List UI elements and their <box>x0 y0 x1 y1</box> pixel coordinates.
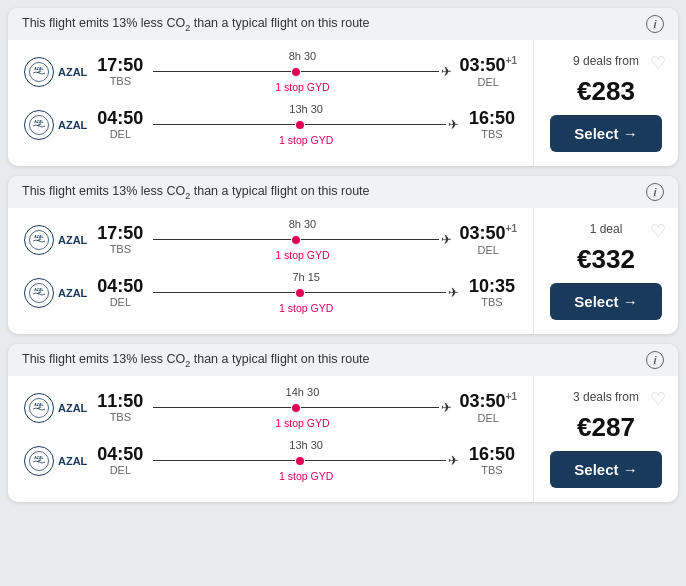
stop-label: 1 stop GYD <box>275 417 329 429</box>
arrive-time-block: 03:50+1 DEL <box>460 55 517 88</box>
line-right <box>305 292 446 294</box>
stop-dot <box>292 404 300 412</box>
route-line: ✈ <box>153 285 459 300</box>
stop-dot <box>296 121 304 129</box>
route-line: ✈ <box>153 453 459 468</box>
route-line: ✈ <box>153 232 451 247</box>
day-offset: +1 <box>506 391 517 402</box>
flight-row-0: AZAL AZAL 17:50 TBS 8h 30 ✈ 1 stop GYD <box>24 50 517 93</box>
arrive-time: 03:50+1 <box>460 55 517 76</box>
svg-text:AZAL: AZAL <box>34 120 44 124</box>
eco-banner: This flight emits 13% less CO2 than a ty… <box>8 176 678 208</box>
arrive-airport: DEL <box>460 412 517 424</box>
price: €283 <box>577 76 635 107</box>
route-middle: 13h 30 ✈ 1 stop GYD <box>153 103 459 146</box>
stop-dot <box>292 68 300 76</box>
stop-label: 1 stop GYD <box>275 81 329 93</box>
arrive-airport: DEL <box>460 76 517 88</box>
airline-name: AZAL <box>58 234 87 246</box>
arrive-time-block: 03:50+1 DEL <box>460 223 517 256</box>
depart-time-block: 04:50 DEL <box>95 445 145 477</box>
favorite-icon[interactable]: ♡ <box>650 220 666 242</box>
select-button[interactable]: Select → <box>550 283 662 320</box>
line-left <box>153 407 291 409</box>
flight-row-1: AZAL AZAL 04:50 DEL 13h 30 ✈ 1 stop GYD <box>24 103 517 146</box>
arrive-time-block: 16:50 TBS <box>467 109 517 141</box>
day-offset: +1 <box>506 55 517 66</box>
airline-name: AZAL <box>58 119 87 131</box>
flight-card-0: This flight emits 13% less CO2 than a ty… <box>8 8 678 166</box>
flight-card-1: This flight emits 13% less CO2 than a ty… <box>8 176 678 334</box>
depart-time: 11:50 <box>95 392 145 412</box>
card-body: AZAL AZAL 17:50 TBS 8h 30 ✈ 1 stop GYD <box>8 40 678 166</box>
plane-icon: ✈ <box>448 453 459 468</box>
route-middle: 8h 30 ✈ 1 stop GYD <box>153 50 451 93</box>
depart-time-block: 04:50 DEL <box>95 277 145 309</box>
deals-text: 1 deal <box>590 222 623 236</box>
line-left <box>153 460 294 462</box>
svg-text:AZAL: AZAL <box>34 288 44 292</box>
svg-text:AZAL: AZAL <box>34 456 44 460</box>
line-right <box>305 460 446 462</box>
airline-logo: AZAL AZAL <box>24 278 87 308</box>
deals-text: 3 deals from <box>573 390 639 404</box>
stop-label: 1 stop GYD <box>279 470 333 482</box>
airline-circle: AZAL <box>24 393 54 423</box>
flights-section: AZAL AZAL 11:50 TBS 14h 30 ✈ 1 stop GYD <box>8 376 533 502</box>
info-icon[interactable]: i <box>646 15 664 33</box>
depart-airport: DEL <box>95 464 145 476</box>
price: €332 <box>577 244 635 275</box>
arrive-airport: TBS <box>467 296 517 308</box>
airline-logo: AZAL AZAL <box>24 110 87 140</box>
stop-label: 1 stop GYD <box>275 249 329 261</box>
airline-logo: AZAL AZAL <box>24 57 87 87</box>
info-icon[interactable]: i <box>646 183 664 201</box>
eco-text: This flight emits 13% less CO2 than a ty… <box>22 16 646 33</box>
eco-banner: This flight emits 13% less CO2 than a ty… <box>8 344 678 376</box>
airline-logo: AZAL AZAL <box>24 446 87 476</box>
flight-card-2: This flight emits 13% less CO2 than a ty… <box>8 344 678 502</box>
arrive-airport: TBS <box>467 128 517 140</box>
stop-dot <box>296 457 304 465</box>
airline-circle: AZAL <box>24 57 54 87</box>
route-duration: 8h 30 <box>289 218 317 230</box>
select-button[interactable]: Select → <box>550 451 662 488</box>
route-duration: 7h 15 <box>292 271 320 283</box>
arrive-time: 03:50+1 <box>460 223 517 244</box>
airline-logo: AZAL AZAL <box>24 393 87 423</box>
price: €287 <box>577 412 635 443</box>
depart-time: 17:50 <box>95 56 145 76</box>
airline-circle: AZAL <box>24 278 54 308</box>
depart-time: 04:50 <box>95 109 145 129</box>
flights-section: AZAL AZAL 17:50 TBS 8h 30 ✈ 1 stop GYD <box>8 208 533 334</box>
svg-text:AZAL: AZAL <box>34 403 44 407</box>
arrive-time: 03:50+1 <box>460 391 517 412</box>
depart-airport: DEL <box>95 296 145 308</box>
info-icon[interactable]: i <box>646 351 664 369</box>
stop-dot <box>296 289 304 297</box>
plane-icon: ✈ <box>441 64 452 79</box>
day-offset: +1 <box>506 223 517 234</box>
airline-circle: AZAL <box>24 446 54 476</box>
flight-row-1: AZAL AZAL 04:50 DEL 13h 30 ✈ 1 stop GYD <box>24 439 517 482</box>
line-left <box>153 239 291 241</box>
select-button[interactable]: Select → <box>550 115 662 152</box>
arrive-time-block: 03:50+1 DEL <box>460 391 517 424</box>
plane-icon: ✈ <box>448 285 459 300</box>
arrive-time: 16:50 <box>467 445 517 465</box>
route-duration: 8h 30 <box>289 50 317 62</box>
line-right <box>301 239 439 241</box>
depart-time-block: 17:50 TBS <box>95 224 145 256</box>
favorite-icon[interactable]: ♡ <box>650 52 666 74</box>
depart-airport: TBS <box>95 411 145 423</box>
line-right <box>301 407 439 409</box>
favorite-icon[interactable]: ♡ <box>650 388 666 410</box>
arrive-time: 16:50 <box>467 109 517 129</box>
eco-text: This flight emits 13% less CO2 than a ty… <box>22 352 646 369</box>
airline-name: AZAL <box>58 66 87 78</box>
depart-time-block: 17:50 TBS <box>95 56 145 88</box>
depart-airport: DEL <box>95 128 145 140</box>
depart-time: 17:50 <box>95 224 145 244</box>
airline-name: AZAL <box>58 402 87 414</box>
airline-circle: AZAL <box>24 110 54 140</box>
